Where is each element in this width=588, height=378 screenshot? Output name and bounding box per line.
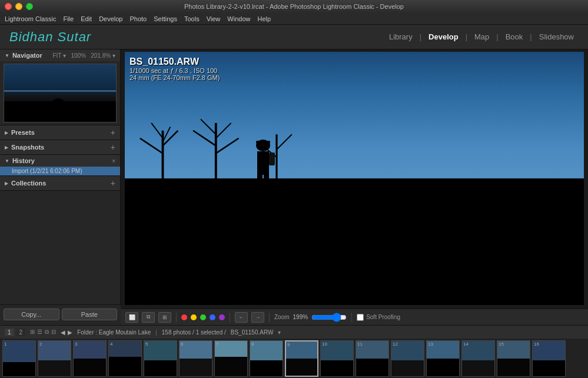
menu-item-window[interactable]: Window [227, 15, 250, 22]
lens-name: (FE 24-70mm F2.8 GM) [151, 74, 220, 81]
nav-links: Library | Develop | Map | Book | Slidesh… [384, 31, 579, 42]
shutter-speed: 1/1000 [129, 67, 150, 74]
navigator-label: Navigator [12, 52, 42, 59]
zoom-slider[interactable] [311, 315, 347, 320]
presets-header[interactable]: ▶ Presets + [0, 125, 120, 140]
film-thumb-11[interactable]: 11 [356, 340, 389, 377]
zoom-label: Zoom [274, 314, 290, 320]
soft-proofing-toggle[interactable]: Soft Proofing [357, 314, 400, 321]
color-label-blue[interactable] [210, 314, 215, 320]
zoom-value: 199% [293, 314, 308, 320]
crop-tool-btn[interactable]: ⬜ [125, 312, 138, 323]
film-thumb-3[interactable]: 3 [73, 340, 107, 377]
navigator-header-left: ▼ Navigator [5, 52, 42, 59]
preview-horizon [4, 90, 116, 92]
film-thumb-9[interactable]: 9 [285, 340, 318, 377]
collections-triangle: ▶ [5, 181, 8, 186]
color-label-yellow[interactable] [191, 314, 197, 320]
compare-view-icon[interactable]: ⧉ [45, 329, 49, 336]
survey-view-icon[interactable]: ⊟ [51, 329, 56, 336]
nav-2-label: 2 [16, 329, 26, 336]
prev-btn[interactable]: ← [235, 312, 248, 323]
film-thumb-4[interactable]: 4 [108, 340, 142, 377]
nav-1-label: 1 [5, 329, 14, 336]
presets-section: ▶ Presets + [0, 125, 120, 140]
filmstrip-prev[interactable]: ◀ [61, 329, 65, 336]
film-thumb-5[interactable]: 5 [144, 340, 177, 377]
history-header[interactable]: ▼ History × [0, 155, 120, 167]
image-toolbar: ⬜ ⧉ ⊞ ← → Zoom 199% Soft Proofin [121, 309, 588, 325]
paste-button[interactable]: Paste [62, 309, 118, 320]
image-exposure: 1/1000 sec at ƒ / 6.3 , ISO 100 [129, 67, 220, 74]
close-button[interactable] [5, 3, 12, 10]
color-label-green[interactable] [200, 314, 206, 320]
image-container: BS_01150.ARW 1/1000 sec at ƒ / 6.3 , ISO… [121, 49, 588, 309]
soft-proofing-label: Soft Proofing [366, 314, 400, 320]
color-label-red[interactable] [181, 314, 187, 320]
navigator-header[interactable]: ▼ Navigator FIT ▾ 100% 201.8% ▾ [0, 49, 120, 61]
menu-item-develop[interactable]: Develop [99, 15, 122, 22]
collections-header-left: ▶ Collections [5, 180, 46, 187]
film-thumb-15[interactable]: 15 [497, 340, 530, 377]
compare-tool-btn[interactable]: ⧉ [142, 312, 155, 323]
brand-name: Bidhan Sutar [9, 29, 91, 45]
collections-label: Collections [11, 180, 46, 187]
exposure-sep: sec at [151, 67, 170, 74]
film-thumb-14[interactable]: 14 [461, 340, 495, 377]
detail-view-icon[interactable]: ☰ [37, 329, 42, 336]
menu-item-view[interactable]: View [207, 15, 221, 22]
film-thumb-1[interactable]: 1 [2, 340, 36, 377]
grid-tool-btn[interactable]: ⊞ [158, 312, 171, 323]
selected-file-chevron[interactable]: ▾ [278, 329, 281, 336]
svg-rect-27 [269, 152, 275, 165]
presets-add-btn[interactable]: + [111, 128, 115, 137]
snapshots-add-btn[interactable]: + [111, 142, 115, 152]
nav-develop[interactable]: Develop [424, 31, 463, 42]
window-title: Photos Library-2-2-v10.lrcat - Adobe Pho… [184, 3, 404, 10]
menu-item-settings[interactable]: Settings [154, 15, 177, 22]
color-label-purple[interactable] [219, 314, 225, 320]
film-thumb-8[interactable]: 8 [250, 340, 283, 377]
filmstrip-bar: 1 2 ⊞ ☰ ⧉ ⊟ ◀ ▶ Folder : Eagle Moutain L… [0, 326, 588, 339]
snapshots-header[interactable]: ▶ Snapshots + [0, 140, 120, 154]
bottom-panel-buttons: Copy... Paste [0, 304, 121, 324]
navigator-triangle: ▼ [5, 53, 9, 58]
menu-item-help[interactable]: Help [257, 15, 271, 22]
copy-button[interactable]: Copy... [4, 309, 59, 320]
top-bar: Bidhan Sutar Library | Develop | Map | B… [0, 25, 588, 49]
film-thumb-13[interactable]: 13 [426, 340, 460, 377]
presets-header-left: ▶ Presets [5, 129, 35, 136]
next-btn[interactable]: → [251, 312, 264, 323]
grid-view-icon[interactable]: ⊞ [30, 329, 35, 336]
preview-silhouette [49, 98, 67, 122]
film-thumb-2[interactable]: 2 [38, 340, 71, 377]
film-thumb-6[interactable]: 6 [179, 340, 212, 377]
menu-item-tools[interactable]: Tools [184, 15, 200, 22]
collections-header[interactable]: ▶ Collections + [0, 176, 120, 190]
soft-proofing-checkbox[interactable] [357, 314, 364, 321]
svg-rect-29 [264, 175, 269, 195]
menu-item-app[interactable]: Lightroom Classic [5, 15, 56, 22]
film-thumb-10[interactable]: 10 [320, 340, 354, 377]
history-close-btn[interactable]: × [112, 158, 115, 164]
collections-add-btn[interactable]: + [111, 178, 115, 188]
navigator-preview [4, 64, 117, 122]
filmstrip-view-icons: ⊞ ☰ ⧉ ⊟ [30, 329, 56, 336]
menu-item-edit[interactable]: Edit [81, 15, 92, 22]
film-thumb-16[interactable]: 16 [532, 340, 566, 377]
minimize-button[interactable] [15, 3, 22, 10]
history-section: ▼ History × Import (1/2/21 6:02:06 PM) [0, 155, 120, 176]
presets-label: Presets [11, 129, 35, 136]
nav-book[interactable]: Book [501, 31, 528, 42]
navigator-fit[interactable]: FIT ▾ 100% 201.8% ▾ [52, 52, 115, 59]
history-item[interactable]: Import (1/2/21 6:02:06 PM) [0, 167, 120, 175]
nav-map[interactable]: Map [470, 31, 494, 42]
film-thumb-12[interactable]: 12 [391, 340, 424, 377]
filmstrip-next[interactable]: ▶ [68, 329, 72, 336]
menu-item-file[interactable]: File [63, 15, 74, 22]
film-thumb-7[interactable]: 7 [214, 340, 248, 377]
nav-slideshow[interactable]: Slideshow [534, 31, 579, 42]
menu-item-photo[interactable]: Photo [129, 15, 147, 22]
nav-library[interactable]: Library [384, 31, 417, 42]
maximize-button[interactable] [26, 3, 33, 10]
